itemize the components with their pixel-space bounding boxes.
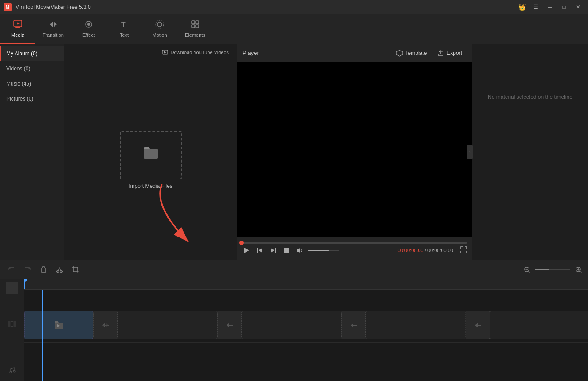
crop-button[interactable] (68, 262, 82, 276)
elements-label: Elements (185, 32, 205, 38)
svg-rect-10 (192, 25, 195, 28)
svg-marker-2 (17, 22, 20, 25)
music-track-row (24, 343, 588, 369)
video-track-row (24, 307, 588, 343)
zoom-in-button[interactable] (573, 264, 584, 275)
menu-button[interactable]: ☰ (529, 3, 542, 12)
download-youtube-label: Download YouTube Videos (171, 50, 229, 55)
import-media-button[interactable] (120, 131, 182, 179)
template-label: Template (405, 50, 427, 56)
transition-icon (48, 19, 58, 31)
clip-empty-1 (118, 311, 217, 339)
main-content: My Album (0) Videos (0) Music (45) Pictu… (0, 44, 588, 260)
red-arrow (144, 180, 215, 251)
restore-button[interactable]: □ (558, 3, 570, 12)
delete-button[interactable] (36, 262, 51, 276)
timeline-tracks (24, 290, 588, 381)
clip-transition-2[interactable] (217, 311, 242, 339)
video-track-icon (0, 320, 24, 328)
clip-transition-4[interactable] (466, 311, 490, 339)
window-controls: ☰ ─ □ ✕ (529, 3, 584, 12)
svg-marker-19 (259, 248, 262, 253)
toolbar-motion[interactable]: Motion (142, 14, 177, 44)
media-content: Import Media Files (64, 60, 237, 260)
transition-label: Transition (43, 32, 64, 38)
current-time: 00:00:00.00 / 00:00:00.00 (398, 248, 453, 253)
media-icon (13, 19, 23, 31)
transition-arrow-icon (102, 321, 110, 329)
player-controls: 00:00:00.00 / 00:00:00.00 (237, 237, 472, 260)
svg-point-6 (157, 22, 162, 27)
clip-empty-2 (242, 311, 341, 339)
zoom-slider[interactable] (535, 269, 570, 270)
svg-point-7 (156, 20, 164, 28)
collapse-panel-button[interactable]: › (467, 145, 473, 159)
volume-slider[interactable] (308, 250, 339, 251)
empty-track-row (24, 290, 588, 307)
title-bar: M MiniTool MovieMaker Free 5.3.0 👑 ☰ ─ □… (0, 0, 588, 14)
svg-point-4 (87, 23, 90, 26)
clip-empty-3 (366, 311, 466, 339)
minimize-button[interactable]: ─ (544, 3, 556, 12)
undo-button[interactable] (4, 262, 19, 276)
play-button[interactable] (242, 245, 251, 255)
player-title: Player (243, 50, 392, 56)
download-youtube-button[interactable]: Download YouTube Videos (158, 48, 233, 57)
fullscreen-button[interactable] (460, 246, 467, 255)
toolbar-transition[interactable]: Transition (35, 14, 71, 44)
svg-marker-17 (244, 248, 249, 253)
effect-label: Effect (82, 32, 95, 38)
export-button[interactable]: Export (433, 48, 466, 58)
svg-rect-33 (8, 321, 10, 327)
svg-rect-18 (257, 248, 258, 253)
sidebar: My Album (0) Videos (0) Music (45) Pictu… (0, 44, 64, 260)
volume-button[interactable] (295, 245, 305, 255)
crown-icon[interactable]: 👑 (518, 4, 526, 11)
toolbar-text[interactable]: T Text (106, 14, 142, 44)
clip-transition-3[interactable] (341, 311, 366, 339)
timeline-ruler (24, 279, 588, 290)
timeline-clips (24, 311, 588, 339)
sidebar-item-pictures[interactable]: Pictures (0) (0, 91, 64, 106)
redo-button[interactable] (20, 262, 35, 276)
transition-arrow-icon-2 (226, 321, 234, 329)
next-frame-button[interactable] (268, 245, 278, 255)
playhead-line (24, 279, 25, 289)
clip-transition-1[interactable] (93, 311, 118, 339)
no-material-text: No material selected on the timeline (472, 80, 588, 115)
svg-text:T: T (121, 21, 126, 28)
effect-icon (84, 19, 94, 31)
timeline: + (0, 279, 588, 381)
timeline-content (24, 279, 588, 381)
motion-label: Motion (152, 32, 167, 38)
text-label: Text (120, 32, 129, 38)
svg-rect-8 (192, 21, 195, 24)
toolbar-elements[interactable]: Elements (177, 14, 213, 44)
media-label: Media (11, 32, 24, 38)
toolbar-media[interactable]: Media (0, 14, 35, 44)
sidebar-item-music[interactable]: Music (45) (0, 76, 64, 91)
clip-empty-4 (490, 311, 588, 339)
progress-bar[interactable] (242, 242, 467, 244)
svg-rect-29 (73, 267, 78, 272)
sidebar-item-my-album[interactable]: My Album (0) (0, 46, 64, 61)
controls-row: 00:00:00.00 / 00:00:00.00 (242, 245, 467, 255)
svg-rect-22 (284, 248, 289, 253)
toolbar-effect[interactable]: Effect (71, 14, 106, 44)
toolbar: Media Transition Effect T Text (0, 14, 588, 44)
close-button[interactable]: ✕ (572, 3, 584, 12)
sidebar-item-videos[interactable]: Videos (0) (0, 61, 64, 76)
add-track-button[interactable]: + (6, 282, 18, 294)
elements-icon (190, 19, 200, 31)
svg-rect-34 (14, 321, 16, 327)
template-button[interactable]: Template (392, 48, 431, 58)
prev-frame-button[interactable] (255, 245, 265, 255)
video-clip-main[interactable] (24, 311, 93, 339)
bottom-toolbar (0, 260, 588, 279)
clip-folder-icon (54, 320, 64, 330)
cut-button[interactable] (52, 262, 67, 276)
stop-button[interactable] (282, 245, 291, 255)
right-panel: › No material selected on the timeline (472, 44, 588, 260)
zoom-out-button[interactable] (521, 264, 532, 275)
svg-rect-26 (41, 268, 46, 272)
